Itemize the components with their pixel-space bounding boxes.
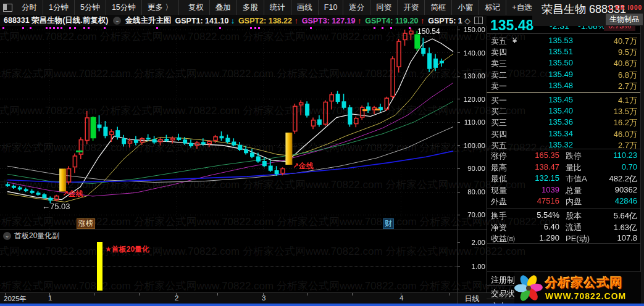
stat-row: 最低132.15市值A482.2亿 — [487, 173, 640, 184]
stat-value: 138.47 — [516, 162, 559, 172]
menu-item-叠加[interactable]: 叠加 — [210, 0, 237, 15]
time-axis-tick — [307, 293, 307, 296]
bid-row-4[interactable]: 买四135.3446.0万 — [487, 129, 640, 140]
level-price: 135.32 — [521, 140, 573, 149]
level-label: 卖一 — [491, 81, 507, 92]
bid-row-3[interactable]: 买三135.3616.2万 — [487, 117, 640, 128]
subchart-title[interactable]: 首板20量化副 — [14, 231, 59, 241]
time-axis-label: 2 — [175, 294, 178, 302]
chevron-down-icon[interactable]: ⌄ — [3, 232, 11, 240]
level-label: 卖三 — [491, 58, 507, 69]
ask-row-1[interactable]: 卖一135.482.7万 — [487, 81, 640, 92]
bid-row-5[interactable]: 买五135.322.7万 — [487, 140, 640, 151]
time-axis-label: 4 — [399, 294, 403, 302]
chevron-down-icon[interactable]: ⌄ — [113, 17, 121, 25]
ask-row-5[interactable]: 卖五¥135.5340.7万 — [487, 36, 640, 47]
panel-separator — [487, 149, 640, 149]
last-price: 135.48 — [490, 17, 533, 34]
menu-item-更多 〉[interactable]: 更多 〉 — [142, 0, 179, 15]
ask-row-2[interactable]: 卖二135.496.8万 — [487, 70, 640, 81]
stat-row: 现量1039总量90362 — [487, 185, 640, 196]
finance-badge[interactable]: 财 — [383, 218, 394, 229]
level-label: 卖五 — [491, 36, 507, 47]
time-axis-label: 3 — [262, 294, 266, 302]
gspt-value-1: GSPT1: 141.10 ↓ — [175, 17, 235, 25]
stat-label: 现量 — [491, 185, 507, 196]
stat-label: 股本 — [566, 210, 582, 221]
price-axis-label: 140.00 — [457, 49, 485, 57]
menu-item-分时[interactable]: 分时 — [16, 0, 43, 15]
stat-value: 0.70 — [622, 162, 637, 172]
menu-item-画线[interactable]: 画线 — [291, 0, 319, 15]
split-pane-icon[interactable] — [474, 17, 483, 24]
bid-row-1[interactable]: 买一135.454.1万 — [487, 95, 640, 106]
price-axis-label: 130.00 — [457, 72, 485, 80]
level-volume: 9.5万 — [618, 47, 637, 58]
level-price: 135.48 — [521, 81, 573, 90]
stat-value: 482.2亿 — [609, 173, 637, 184]
ask-row-4[interactable]: 卖四135.519.5万 — [487, 47, 640, 58]
time-axis-label: 1 — [48, 294, 52, 302]
stock-header: 荣昌生物 688331 L KR I000 生物制品 — [532, 0, 644, 26]
stat-value: 90362 — [615, 185, 637, 194]
subchart-header: ⌄ 首板20量化副 — [0, 231, 457, 241]
industry-tab[interactable]: 生物制品 — [606, 14, 643, 25]
main-chart-canvas[interactable] — [0, 26, 457, 231]
right-scrollbar[interactable] — [640, 26, 644, 304]
period-cell[interactable]: 日线 — [457, 293, 487, 304]
stat-value: 110.23 — [613, 151, 637, 160]
stat-row: 净资6.40流通1.63亿 — [487, 222, 640, 233]
gspt-value-3: GSPT3: 127.19 ↑ — [302, 17, 362, 25]
price-axis-label: 100.00 — [457, 142, 485, 149]
level-volume: 6.8万 — [618, 70, 637, 81]
level-label: 买四 — [491, 129, 507, 140]
golden-line-signal-label-1: ↗金线 — [62, 189, 83, 199]
menu-item-同资[interactable]: 同资 — [370, 0, 398, 15]
menu-item-小窗[interactable]: 小窗 — [452, 0, 479, 15]
stat-value: 5.54% — [516, 210, 559, 220]
menu-item-标记[interactable]: 标记 — [479, 0, 506, 15]
menu-item-5分钟[interactable]: 5分钟 — [75, 0, 106, 15]
level-price: 135.45 — [521, 95, 573, 104]
level-price: 135.49 — [521, 70, 573, 79]
stat-label: 净资 — [491, 222, 507, 233]
rank-badge[interactable]: 涨榜 — [77, 218, 95, 229]
menu-item-复权[interactable]: 复权 — [183, 0, 210, 15]
menu-item-简框[interactable]: 简框 — [425, 0, 452, 15]
gspt-value-2: GSPT2: 138.22 ↑ — [238, 17, 298, 25]
watermark-text: 分析家公式网www.70822.com 分析家公式网www.70822.com … — [0, 244, 525, 258]
gspt-values: GSPT1: 141.10 ↓GSPT2: 138.22 ↑GSPT3: 127… — [171, 15, 470, 26]
window-layout-icon[interactable] — [3, 4, 12, 12]
ask-row-3[interactable]: 卖三135.5040.6万 — [487, 58, 640, 69]
logo-site-url: WWW.70822.COM — [545, 291, 626, 301]
stat-row: 换手5.54%股本5.64亿 — [487, 210, 640, 221]
trading-app-window: 分析家公式网www.70822.com 分析家公式网www.70822.com … — [0, 0, 644, 306]
menu-item-开资[interactable]: 开资 — [398, 0, 425, 15]
stat-label: 跌停 — [566, 151, 582, 162]
level-price: 135.36 — [521, 117, 573, 126]
menu-item-1分钟[interactable]: 1分钟 — [43, 0, 75, 15]
stat-value: 1039 — [516, 185, 559, 194]
menu-item-15分钟[interactable]: 15分钟 — [106, 0, 142, 15]
menu-item-逐分[interactable]: 逐分 — [343, 0, 370, 15]
indicator-name[interactable]: 金线主升主图 — [125, 15, 171, 26]
subchart-axis-label: 2.00 — [457, 239, 485, 246]
menu-item-F10[interactable]: F10 — [319, 0, 344, 15]
golden-line-signal-label-2: ↗金线 — [293, 161, 314, 172]
price-axis-label: 70.00 — [457, 211, 485, 218]
bid-row-2[interactable]: 买二135.4013.5万 — [487, 106, 640, 117]
level-label: 买一 — [491, 95, 507, 106]
level-price: 135.50 — [521, 58, 573, 67]
time-axis-tick — [449, 293, 450, 296]
panel-separator — [487, 209, 640, 209]
level-label: 卖二 — [491, 70, 507, 81]
time-axis-tick — [217, 293, 218, 296]
price-axis-label: 120.00 — [457, 96, 485, 103]
high-price-label: 150.54 — [417, 27, 440, 36]
ask-bid-divider — [487, 92, 640, 93]
menu-item-统计[interactable]: 统计 — [264, 0, 291, 15]
period-menu-group: 分时1分钟5分钟15分钟更多 〉 — [16, 0, 179, 15]
menu-item-多股[interactable]: 多股 — [237, 0, 264, 15]
stat-value: 132.15 — [516, 173, 559, 183]
gspt-arrow-icon: ↓ — [228, 17, 235, 25]
